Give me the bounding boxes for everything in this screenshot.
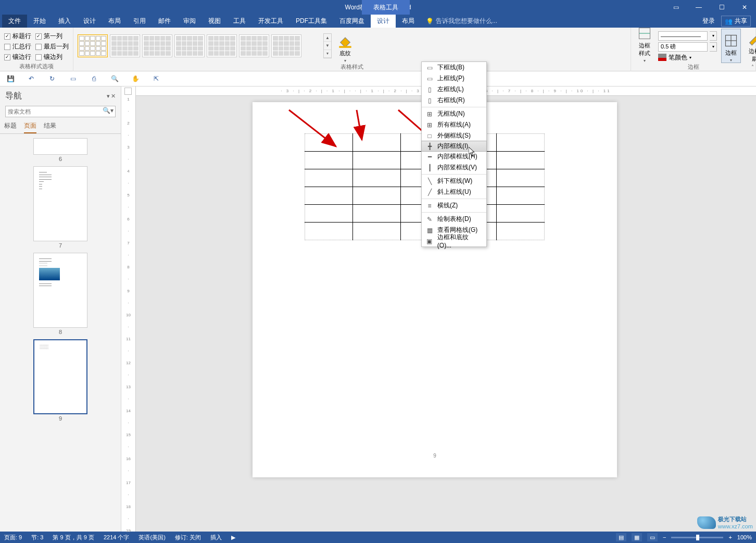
check-banded-cols[interactable]: 镶边列 xyxy=(35,53,69,61)
table-style-6[interactable] xyxy=(239,34,269,57)
menu-top-border[interactable]: ▭上框线(P) xyxy=(422,73,486,84)
table-style-2[interactable] xyxy=(110,34,140,57)
menu-right-border[interactable]: ▯右框线(R) xyxy=(422,95,486,106)
qat-icon-7[interactable]: ✋ xyxy=(130,73,141,84)
status-insert-mode[interactable]: 插入 xyxy=(210,534,222,541)
scroll-more-icon[interactable]: ▾ xyxy=(324,50,331,58)
tab-layout[interactable]: 布局 xyxy=(102,15,127,28)
tab-insert[interactable]: 插入 xyxy=(52,15,77,28)
tab-developer[interactable]: 开发工具 xyxy=(252,15,289,28)
ruler-origin-icon[interactable] xyxy=(124,88,132,95)
table-style-7[interactable] xyxy=(271,34,301,57)
menu-all-borders[interactable]: ⊞所有框线(A) xyxy=(422,119,486,130)
tab-review[interactable]: 审阅 xyxy=(177,15,202,28)
thumb-7[interactable]: ▬▬▬▬▬▬▬▬▬▬▬▬▬▬▬▬▬▬▬▬▬▬▬▬▬▬▬▬▬▬▬▬▬▬▬▬▬▬7 xyxy=(0,166,121,249)
login-link[interactable]: 登录 xyxy=(702,17,715,26)
ribbon-display-icon[interactable]: ▭ xyxy=(664,0,687,15)
tab-tools[interactable]: 工具 xyxy=(227,15,252,28)
menu-diagonal-up[interactable]: ╱斜上框线(U) xyxy=(422,187,486,198)
check-first-col[interactable]: ✓第一列 xyxy=(35,32,69,41)
line-weight-select[interactable]: 0.5 磅 xyxy=(658,42,708,52)
tab-design[interactable]: 设计 xyxy=(77,15,102,28)
table-style-gallery[interactable] xyxy=(78,34,317,57)
table-tools-context-tab[interactable]: 表格工具 xyxy=(362,0,410,15)
minimize-icon[interactable]: — xyxy=(687,0,710,15)
tab-home[interactable]: 开始 xyxy=(27,15,52,28)
scroll-down-icon[interactable]: ▼ xyxy=(324,42,331,50)
close-icon[interactable]: ✕ xyxy=(733,0,756,15)
nav-search[interactable]: 🔍▾ xyxy=(5,106,116,117)
status-track-changes[interactable]: 修订: 关闭 xyxy=(175,534,201,541)
tab-mailings[interactable]: 邮件 xyxy=(152,15,177,28)
menu-borders-dialog[interactable]: ▣边框和底纹(O)... xyxy=(422,236,486,246)
tab-table-layout[interactable]: 布局 xyxy=(396,15,421,28)
view-web-icon[interactable]: ▭ xyxy=(647,533,658,541)
nav-dropdown-icon[interactable]: ▾ xyxy=(107,93,110,100)
line-style-select[interactable]: ——————— xyxy=(658,31,708,41)
menu-inside-vertical[interactable]: ┃内部竖框线(V) xyxy=(422,162,486,173)
page-thumbnails[interactable]: 6 ▬▬▬▬▬▬▬▬▬▬▬▬▬▬▬▬▬▬▬▬▬▬▬▬▬▬▬▬▬▬▬▬▬▬▬▬▬▬… xyxy=(0,134,121,532)
scroll-up-icon[interactable]: ▲ xyxy=(324,34,331,42)
status-page-count[interactable]: 第 9 页，共 9 页 xyxy=(53,534,94,541)
menu-draw-table[interactable]: ✎绘制表格(D) xyxy=(422,214,486,225)
line-style-arrow-icon[interactable]: ▾ xyxy=(710,31,717,41)
menu-inside-horizontal[interactable]: ━内部横框线(H) xyxy=(422,151,486,162)
maximize-icon[interactable]: ☐ xyxy=(710,0,733,15)
line-weight-arrow-icon[interactable]: ▾ xyxy=(710,42,717,52)
tab-table-design[interactable]: 设计 xyxy=(371,15,396,28)
menu-no-border[interactable]: ⊞无框线(N) xyxy=(422,108,486,119)
collapse-ribbon-icon[interactable]: ˄ xyxy=(751,64,754,70)
nav-tab-results[interactable]: 结果 xyxy=(44,121,56,133)
check-last-col[interactable]: 最后一列 xyxy=(35,42,69,51)
gallery-scroll[interactable]: ▲▼▾ xyxy=(323,33,332,58)
thumb-8[interactable]: ▬▬▬▬▬▬▬▬▬▬▬▬▬▬▬▬━━━━━━━━━━━━━━━━▬▬▬▬▬▬▬▬… xyxy=(0,253,121,335)
status-page[interactable]: 页面: 9 xyxy=(4,534,22,541)
menu-bottom-border[interactable]: ▭下框线(B) xyxy=(422,62,486,73)
pen-color-button[interactable]: 笔颜色▾ xyxy=(658,53,717,62)
table-style-3[interactable] xyxy=(142,34,172,57)
nav-tab-pages[interactable]: 页面 xyxy=(24,121,36,133)
view-read-icon[interactable]: ▤ xyxy=(616,533,626,541)
qat-icon-5[interactable]: ⎙ xyxy=(89,73,99,84)
thumb-9[interactable]: ░░░░░░░░░░░░░░░░9 xyxy=(0,339,121,422)
thumb-6[interactable]: 6 xyxy=(0,138,121,162)
undo-icon[interactable]: ↶ xyxy=(26,73,36,84)
check-header-row[interactable]: ✓标题行 xyxy=(4,32,31,41)
border-style-button[interactable]: 边框样式 xyxy=(635,29,654,63)
table-style-5[interactable] xyxy=(207,34,237,57)
status-macro-icon[interactable]: ▶ xyxy=(231,534,235,541)
nav-close-icon[interactable]: ✕ xyxy=(111,93,116,100)
border-painter-button[interactable]: 边框刷 xyxy=(745,29,756,63)
nav-tab-headings[interactable]: 标题 xyxy=(4,121,17,133)
zoom-slider[interactable] xyxy=(671,537,723,538)
tell-me-search[interactable]: 💡 告诉我您想要做什么... xyxy=(421,15,702,28)
borders-button[interactable]: 边框 xyxy=(721,29,741,63)
shading-button[interactable]: 底纹 xyxy=(336,29,355,63)
search-icon[interactable]: 🔍▾ xyxy=(103,107,114,114)
redo-icon[interactable]: ↻ xyxy=(47,73,57,84)
tab-pdf-tools[interactable]: PDF工具集 xyxy=(289,15,333,28)
menu-left-border[interactable]: ▯左框线(L) xyxy=(422,84,486,95)
tab-view[interactable]: 视图 xyxy=(202,15,227,28)
nav-search-input[interactable] xyxy=(5,106,116,117)
menu-outside-borders[interactable]: □外侧框线(S) xyxy=(422,130,486,141)
check-banded-rows[interactable]: ✓镶边行 xyxy=(4,53,31,61)
status-language[interactable]: 英语(美国) xyxy=(138,534,165,541)
menu-inside-borders[interactable]: ╋内部框线(I) xyxy=(421,141,487,152)
share-button[interactable]: 👥 共享 xyxy=(721,16,751,27)
table-style-plain[interactable] xyxy=(78,34,108,57)
save-icon[interactable]: 💾 xyxy=(5,73,16,84)
menu-horizontal-line[interactable]: ≡横线(Z) xyxy=(422,200,486,211)
table-style-4[interactable] xyxy=(174,34,205,57)
view-print-icon[interactable]: ▦ xyxy=(632,533,642,541)
zoom-out-icon[interactable]: − xyxy=(663,534,666,540)
check-total-row[interactable]: 汇总行 xyxy=(4,42,31,51)
status-section[interactable]: 节: 3 xyxy=(31,534,43,541)
tab-file[interactable]: 文件 xyxy=(2,15,27,28)
qat-icon-4[interactable]: ▭ xyxy=(68,73,78,84)
qat-icon-6[interactable]: 🔍 xyxy=(109,73,120,84)
tab-references[interactable]: 引用 xyxy=(127,15,152,28)
zoom-in-icon[interactable]: + xyxy=(728,534,732,540)
qat-icon-8[interactable]: ⇱ xyxy=(151,73,161,84)
zoom-percent[interactable]: 100% xyxy=(737,534,752,540)
